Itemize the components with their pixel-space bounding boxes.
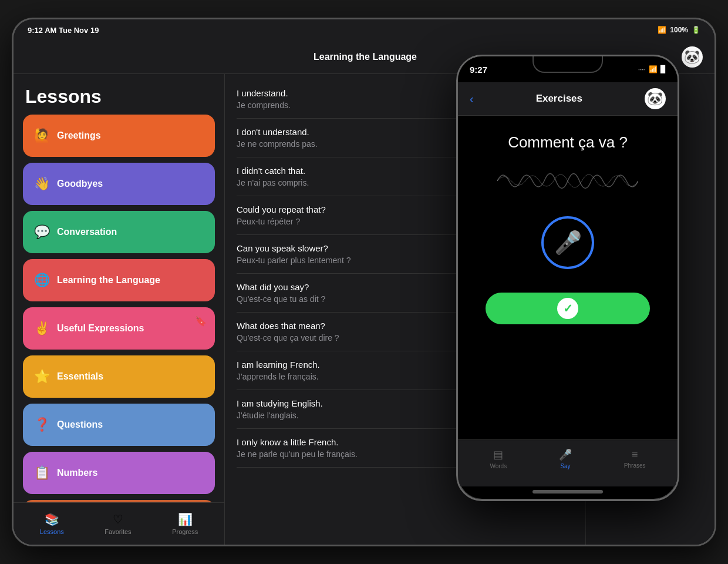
- lesson-card-questions[interactable]: ❓ Questions: [23, 404, 215, 446]
- panda-avatar[interactable]: 🐼: [682, 46, 703, 68]
- lesson-name-essentials: Essentials: [57, 371, 103, 382]
- lesson-card-useful-expressions[interactable]: ✌️ Useful Expressions 🔖: [23, 307, 215, 350]
- tab-favorites[interactable]: ♡ Favorites: [93, 509, 143, 539]
- lesson-card-greetings[interactable]: 🙋 Greetings: [23, 115, 215, 157]
- wifi-icon: 📶: [658, 26, 666, 34]
- iphone-tab-label-say: Say: [560, 463, 570, 469]
- check-icon: ✓: [557, 298, 578, 319]
- lesson-card-conversation[interactable]: 💬 Conversation: [23, 211, 215, 253]
- iphone-tab-icon-words: ▤: [493, 448, 503, 461]
- iphone-notch: [532, 56, 603, 73]
- iphone-tab-label-words: Words: [490, 463, 507, 469]
- ipad-status-right: 📶 100% 🔋: [658, 26, 700, 34]
- lessons-list: 🙋 Greetings 👋 Goodbyes 💬 Conversation 🌐 …: [14, 115, 224, 502]
- sound-wave: [497, 163, 638, 199]
- iphone-back-button[interactable]: ‹: [470, 92, 474, 106]
- iphone-tab-words[interactable]: ▤ Words: [480, 446, 516, 472]
- lesson-name-greetings: Greetings: [57, 130, 101, 141]
- iphone-tab-bar: ▤ Words 🎤 Say ≡ Phrases: [458, 439, 678, 486]
- lesson-name-goodbyes: Goodbyes: [57, 179, 103, 189]
- lesson-name-conversation: Conversation: [57, 227, 117, 237]
- lesson-name-questions: Questions: [57, 419, 103, 430]
- mic-icon: 🎤: [554, 230, 582, 256]
- lesson-card-learning-the-language[interactable]: 🌐 Learning the Language: [23, 259, 215, 301]
- lesson-icon-questions: ❓: [33, 417, 50, 432]
- question-text: Comment ça va ?: [508, 133, 628, 152]
- iphone-tab-icon-say: 🎤: [559, 448, 572, 461]
- battery-icon: 🔋: [692, 26, 700, 34]
- ipad-status-bar: 9:12 AM Tue Nov 19 📶 100% 🔋: [14, 19, 714, 41]
- iphone-status-bar: 9:27 ···· 📶 ▉: [458, 56, 678, 82]
- iphone-content: Comment ça va ? 🎤 ✓: [458, 116, 678, 439]
- iphone-tab-say[interactable]: 🎤 Say: [550, 446, 581, 472]
- lesson-name-numbers: Numbers: [57, 468, 97, 478]
- iphone-battery-icon: ▉: [660, 65, 666, 73]
- lessons-tab-bar: 📚 Lessons ♡ Favorites 📊 Progress: [14, 502, 224, 545]
- iphone-signal-icon: ····: [638, 65, 646, 73]
- lesson-name-useful-expressions: Useful Expressions: [57, 323, 144, 334]
- lessons-sidebar: Lessons 🙋 Greetings 👋 Goodbyes 💬 Convers…: [14, 74, 225, 545]
- tab-icon-favorites: ♡: [113, 512, 123, 526]
- lesson-icon-useful-expressions: ✌️: [33, 321, 50, 336]
- tab-icon-lessons: 📚: [45, 512, 59, 526]
- lesson-icon-greetings: 🙋: [33, 128, 50, 143]
- lesson-card-numbers[interactable]: 📋 Numbers: [23, 452, 215, 494]
- lesson-card-essentials[interactable]: ⭐ Essentials: [23, 355, 215, 398]
- lesson-icon-goodbyes: 👋: [33, 176, 50, 192]
- iphone-wifi-icon: 📶: [649, 65, 658, 73]
- iphone-tab-phrases[interactable]: ≡ Phrases: [615, 446, 655, 471]
- iphone-tab-label-phrases: Phrases: [624, 462, 646, 469]
- iphone-tab-icon-phrases: ≡: [632, 448, 638, 461]
- ipad-time: 9:12 AM Tue Nov 19: [28, 26, 99, 35]
- lesson-icon-conversation: 💬: [33, 224, 50, 240]
- iphone-nav-title: Exercises: [536, 93, 582, 105]
- check-button[interactable]: ✓: [486, 293, 650, 324]
- lesson-icon-learning-the-language: 🌐: [33, 273, 50, 288]
- tab-lessons[interactable]: 📚 Lessons: [28, 509, 76, 539]
- ipad-nav-title: Learning the Language: [314, 52, 417, 62]
- battery-level: 100%: [670, 26, 688, 34]
- iphone-panda-avatar: 🐼: [645, 88, 666, 109]
- tab-icon-progress: 📊: [178, 512, 193, 526]
- ipad-frame: 9:12 AM Tue Nov 19 📶 100% 🔋 Learning the…: [12, 18, 716, 546]
- tab-label-favorites: Favorites: [105, 528, 131, 535]
- lessons-title: Lessons: [14, 74, 224, 115]
- iphone-time: 9:27: [470, 65, 487, 75]
- iphone-nav: ‹ Exercises 🐼: [458, 82, 678, 116]
- lesson-card-goodbyes[interactable]: 👋 Goodbyes: [23, 163, 215, 205]
- lesson-icon-essentials: ⭐: [33, 369, 50, 384]
- tab-label-lessons: Lessons: [40, 528, 64, 535]
- lesson-card-more[interactable]: 📚 More: [23, 500, 215, 502]
- home-indicator: [532, 490, 603, 494]
- lesson-icon-numbers: 📋: [33, 465, 50, 481]
- bookmark-icon: 🔖: [195, 315, 207, 327]
- iphone-status-icons: ···· 📶 ▉: [638, 65, 666, 73]
- lesson-name-learning-the-language: Learning the Language: [57, 275, 160, 286]
- tab-label-progress: Progress: [172, 528, 198, 535]
- mic-button[interactable]: 🎤: [541, 216, 594, 269]
- tab-progress[interactable]: 📊 Progress: [160, 509, 210, 539]
- iphone-overlay: 9:27 ···· 📶 ▉ ‹ Exercises 🐼 Comment ça v…: [456, 55, 679, 501]
